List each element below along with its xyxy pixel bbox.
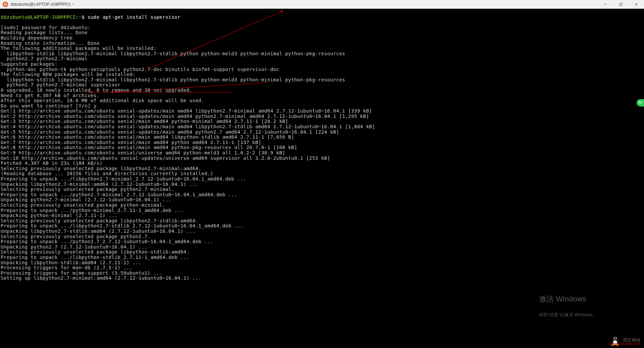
terminal-line: Preparing to unpack .../python2.7-minima…	[1, 192, 644, 198]
terminal-line: Preparing to unpack .../libpython2.7-min…	[1, 177, 644, 182]
terminal-line: Suggested packages:	[1, 62, 644, 67]
prompt-line: ddzubuntu@LAPTOP-JU8PPPCI:~$ sudo apt-ge…	[1, 15, 644, 20]
terminal-line: Need to get 4,307 kB of archives.	[1, 93, 644, 98]
terminal-line: Get:8 http://archive.ubuntu.com/ubuntu x…	[1, 145, 644, 150]
badge-count: 49	[638, 100, 642, 106]
terminal-line: [sudo] password for ddzubuntu:	[1, 25, 644, 30]
prompt-dollar: $	[82, 14, 88, 20]
terminal-line: Unpacking python-minimal (2.7.11-1) ...	[1, 213, 644, 218]
window-controls	[598, 0, 644, 9]
terminal-output[interactable]: ddzubuntu@LAPTOP-JU8PPPCI:~$ sudo apt-ge…	[0, 9, 644, 348]
svg-rect-3	[620, 3, 622, 6]
terminal-line: Get:3 http://archive.ubuntu.com/ubuntu x…	[1, 119, 644, 124]
terminal-line: Unpacking python2.7 (2.7.12-1ubuntu0~16.…	[1, 245, 644, 250]
terminal-line: (Reading database ... 28156 files and di…	[1, 171, 644, 177]
terminal-line: Selecting previously unselected package …	[1, 166, 644, 171]
terminal-line: Get:1 http://archive.ubuntu.com/ubuntu x…	[1, 109, 644, 114]
terminal-line: Processing triggers for man-db (2.7.5-1)…	[1, 265, 644, 271]
terminal-line: 0 upgraded, 10 newly installed, 0 to rem…	[1, 88, 644, 93]
watermark-line2: 转到"设置"以激活 Windows。	[539, 312, 597, 318]
terminal-line: The following additional packages will b…	[1, 46, 644, 51]
terminal-line: Building dependency tree	[1, 36, 644, 41]
terminal-line: Selecting previously unselected package …	[1, 250, 644, 255]
terminal-line: Get:2 http://archive.ubuntu.com/ubuntu x…	[1, 114, 644, 119]
terminal-line: Selecting previously unselected package …	[1, 218, 644, 224]
notification-badge[interactable]: 49	[637, 99, 644, 107]
terminal-line: Unpacking python2.7-minimal (2.7.12-1ubu…	[1, 197, 644, 203]
prompt-path: ~	[78, 14, 82, 20]
close-button[interactable]	[629, 0, 644, 9]
ubuntu-icon	[3, 2, 8, 7]
terminal-line: python2.7 python2.7-minimal supervisor	[1, 82, 644, 88]
terminal-line: Reading package lists... Done	[1, 30, 644, 36]
terminal-line: Get:4 http://archive.ubuntu.com/ubuntu x…	[1, 124, 644, 130]
terminal-line: Do you want to continue? [Y/n] y	[1, 103, 644, 109]
terminal-line: Get:9 http://archive.ubuntu.com/ubuntu x…	[1, 150, 644, 156]
prompt-sep: :	[75, 14, 78, 20]
maximize-button[interactable]	[613, 0, 629, 9]
terminal-line: python2.7 python2.7-minimal	[1, 56, 644, 62]
svg-point-10	[614, 338, 615, 339]
terminal-line: Get:10 http://archive.ubuntu.com/ubuntu …	[1, 156, 644, 161]
terminal-line: Unpacking libpython-stdlib:amd64 (2.7.11…	[1, 260, 644, 266]
terminal-line: Setting up libpython2.7-minimal:amd64 (2…	[1, 276, 644, 281]
terminal-line: Preparing to unpack .../libpython-stdlib…	[1, 255, 644, 260]
svg-point-1	[5, 4, 6, 5]
watermark-logo-url: www.Linuxidc.com	[609, 341, 641, 347]
terminal-line: Fetched 4,307 kB in 23s (184 kB/s)	[1, 161, 644, 166]
terminal-line: Reading state information... Done	[1, 41, 644, 46]
terminal-line: libpython-stdlib libpython2.7-minimal li…	[1, 77, 644, 83]
minimize-button[interactable]	[598, 0, 613, 9]
terminal-line: Selecting previously unselected package …	[1, 187, 644, 192]
command-text: sudo apt-get install supervisor	[88, 14, 180, 20]
terminal-line: Preparing to unpack .../python-minimal_2…	[1, 208, 644, 213]
terminal-line: Unpacking libpython2.7-minimal:amd64 (2.…	[1, 182, 644, 187]
terminal-line: Selecting previously unselected package …	[1, 203, 644, 208]
terminal-line: Selecting previously unselected package …	[1, 234, 644, 239]
windows-activation-watermark: 激活 Windows 转到"设置"以激活 Windows。	[539, 286, 597, 328]
window-title: ddzubuntu@LAPTOP-JU8PPPCI: ~	[11, 2, 74, 7]
terminal-line: libpython-stdlib libpython2.7-minimal li…	[1, 51, 644, 57]
terminal-line: Get:5 http://archive.ubuntu.com/ubuntu x…	[1, 130, 644, 135]
terminal-line: Get:6 http://archive.ubuntu.com/ubuntu x…	[1, 135, 644, 140]
terminal-line: The following NEW packages will be insta…	[1, 72, 644, 77]
svg-point-11	[616, 338, 617, 339]
window-titlebar: ddzubuntu@LAPTOP-JU8PPPCI: ~	[0, 0, 644, 9]
terminal-line: Processing triggers for mime-support (3.…	[1, 271, 644, 276]
terminal-line: After this operation, 18.6 MB of additio…	[1, 98, 644, 103]
terminal-line: Get:7 http://archive.ubuntu.com/ubuntu x…	[1, 140, 644, 145]
terminal-line: Preparing to unpack .../libpython2.7-std…	[1, 223, 644, 229]
terminal-line: python-doc python-tk python-setuptools p…	[1, 67, 644, 72]
watermark-line1: 激活 Windows	[539, 296, 597, 302]
site-watermark: 黑区网络 www.Linuxidc.com	[609, 335, 641, 346]
prompt-user-host: ddzubuntu@LAPTOP-JU8PPPCI	[1, 14, 75, 20]
terminal-line: Unpacking libpython2.7-stdlib:amd64 (2.7…	[1, 229, 644, 234]
terminal-line: Preparing to unpack .../python2.7_2.7.12…	[1, 239, 644, 245]
